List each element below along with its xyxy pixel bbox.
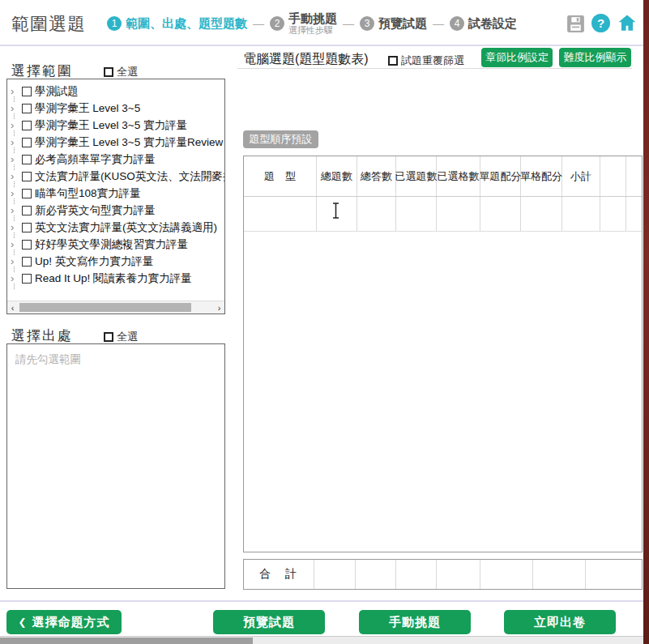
range-select-all-checkbox[interactable]: [104, 67, 113, 77]
item-checkbox[interactable]: [22, 155, 32, 164]
item-checkbox[interactable]: [22, 240, 32, 249]
tree-item[interactable]: › 瞄準句型108實力評量: [7, 185, 224, 202]
manual-pick-button[interactable]: 手動挑題: [359, 610, 471, 634]
step-2-manual-pick[interactable]: 2 手動挑題 選擇性步驟: [270, 11, 337, 36]
totals-cell: [314, 560, 356, 589]
step-2-sublabel: 選擇性步驟: [288, 25, 337, 36]
cell-empty[interactable]: [626, 197, 642, 231]
tree-item[interactable]: › 好好學英文學測總複習實力評量: [7, 236, 224, 253]
expand-chevron-icon[interactable]: ›: [11, 120, 19, 130]
cell-subtotal[interactable]: [562, 197, 600, 231]
expand-chevron-icon[interactable]: ›: [11, 239, 19, 249]
page-scrollbar-thumb[interactable]: [0, 638, 253, 644]
item-checkbox[interactable]: [22, 189, 32, 198]
preview-questions-button[interactable]: 預覽試題: [213, 610, 325, 634]
source-select-all[interactable]: 全選: [104, 330, 138, 344]
expand-chevron-icon[interactable]: ›: [11, 273, 19, 284]
chapter-ratio-button[interactable]: 章節比例設定: [481, 48, 553, 67]
scrollbar-track[interactable]: [18, 301, 214, 313]
cell-selected-blanks[interactable]: [437, 197, 480, 231]
duplicate-filter-checkbox[interactable]: [388, 56, 398, 66]
col-header-total-questions: 總題數: [317, 156, 357, 196]
tree-item[interactable]: › 學測字彙王 Level 3~5: [7, 100, 224, 117]
range-select-all[interactable]: 全選: [104, 65, 138, 79]
expand-chevron-icon[interactable]: ›: [11, 103, 19, 113]
panel-divider: [237, 68, 632, 69]
item-label: Read It Up! 閱讀素養力實力評量: [35, 271, 192, 286]
step-3-number: 3: [360, 16, 374, 31]
expand-chevron-icon[interactable]: ›: [11, 86, 19, 96]
expand-chevron-icon[interactable]: ›: [11, 256, 19, 267]
step-2-label: 手動挑題: [288, 11, 337, 25]
range-tree: › 學測試題 › 學測字彙王 Level 3~5 › 學測字彙王 Level 3…: [7, 79, 224, 287]
tree-item[interactable]: › 學測試題: [7, 83, 224, 100]
step-1-range[interactable]: 1 範圍、出處、題型題數: [107, 16, 247, 32]
page-horizontal-scrollbar[interactable]: [0, 636, 643, 644]
table-header-row: 題 型 總題數 總答數 已選題數 已選格數 單題配分 單格配分 小計: [244, 156, 642, 197]
item-checkbox[interactable]: [22, 121, 32, 130]
expand-chevron-icon[interactable]: ›: [11, 137, 19, 147]
computer-pick-title: 電腦選題(題型題數表): [243, 51, 369, 68]
tree-item[interactable]: › 學測字彙王 Level 3~5 實力評量: [7, 117, 224, 134]
cell-empty[interactable]: [600, 197, 626, 231]
generate-paper-button[interactable]: 立即出卷: [504, 610, 616, 634]
save-icon[interactable]: [566, 14, 586, 37]
tree-item[interactable]: › 新必背英文句型實力評量: [7, 202, 224, 219]
help-icon[interactable]: ?: [591, 14, 610, 32]
horizontal-scrollbar[interactable]: ‹ ›: [7, 301, 224, 313]
item-checkbox[interactable]: [22, 87, 32, 96]
item-checkbox[interactable]: [22, 104, 32, 113]
item-checkbox[interactable]: [22, 223, 32, 232]
header-divider: [0, 45, 643, 46]
window-edge-stripe: [643, 0, 649, 644]
expand-chevron-icon[interactable]: ›: [11, 222, 19, 232]
step-dash: —: [433, 17, 444, 30]
item-label: 英文文法實力評量(英文文法講義適用): [35, 220, 217, 235]
item-label: 學測字彙王 Level 3~5 實力評量Review: [35, 135, 223, 150]
step-4-paper-settings[interactable]: 4 試卷設定: [450, 16, 517, 32]
scroll-right-icon[interactable]: ›: [214, 303, 224, 313]
cell-selected-questions[interactable]: [396, 197, 437, 231]
totals-cell: [586, 560, 642, 589]
tree-item[interactable]: › Up! 英文寫作力實力評量: [7, 253, 224, 270]
cell-points-per-blank[interactable]: [521, 197, 562, 231]
cell-type[interactable]: [244, 197, 317, 231]
question-order-preset-tag[interactable]: 題型順序預設: [243, 130, 318, 148]
expand-chevron-icon[interactable]: ›: [11, 205, 19, 215]
source-select-all-label: 全選: [117, 330, 138, 344]
cell-total-answers[interactable]: [357, 197, 396, 231]
duplicate-filter-label: 試題重覆篩選: [401, 53, 464, 68]
expand-chevron-icon[interactable]: ›: [11, 188, 19, 198]
duplicate-filter-toggle[interactable]: 試題重覆篩選: [388, 53, 464, 68]
step-3-preview[interactable]: 3 預覽試題: [360, 16, 427, 32]
source-select-all-checkbox[interactable]: [104, 332, 113, 342]
cell-points-per-question[interactable]: [480, 197, 521, 231]
table-entry-row: [244, 197, 642, 232]
tree-item[interactable]: › 必考高頻率單字實力評量: [7, 151, 224, 168]
tree-item[interactable]: › 文法實力評量(KUSO英文法、文法開麥拉: [7, 168, 224, 185]
col-header-total-answers: 總答數: [357, 156, 396, 196]
back-button-label: 選擇命題方式: [32, 615, 110, 630]
difficulty-ratio-button[interactable]: 難度比例顯示: [559, 48, 631, 67]
range-select-all-label: 全選: [117, 65, 138, 79]
item-checkbox[interactable]: [22, 274, 32, 284]
scroll-left-icon[interactable]: ‹: [7, 303, 18, 313]
tree-item[interactable]: › 英文文法實力評量(英文文法講義適用): [7, 219, 224, 236]
step-1-number: 1: [107, 16, 122, 31]
item-checkbox[interactable]: [22, 172, 32, 181]
col-header-points-per-blank: 單格配分: [521, 156, 562, 196]
col-header-selected-blanks: 已選格數: [437, 156, 480, 196]
tree-item[interactable]: › 學測字彙王 Level 3~5 實力評量Review: [7, 134, 224, 151]
item-checkbox[interactable]: [22, 138, 32, 147]
scrollbar-thumb[interactable]: [19, 303, 191, 312]
item-checkbox[interactable]: [22, 257, 32, 267]
back-to-method-button[interactable]: ❮ 選擇命題方式: [6, 610, 122, 634]
page-title: 範圍選題: [11, 12, 86, 36]
range-tree-box: › 學測試題 › 學測字彙王 Level 3~5 › 學測字彙王 Level 3…: [6, 79, 225, 314]
item-checkbox[interactable]: [22, 206, 32, 215]
tree-item[interactable]: › Read It Up! 閱讀素養力實力評量: [7, 270, 224, 287]
home-icon[interactable]: [617, 12, 638, 36]
expand-chevron-icon[interactable]: ›: [11, 154, 19, 164]
expand-chevron-icon[interactable]: ›: [11, 171, 19, 181]
source-list-box: 請先勾選範圍: [6, 343, 225, 589]
